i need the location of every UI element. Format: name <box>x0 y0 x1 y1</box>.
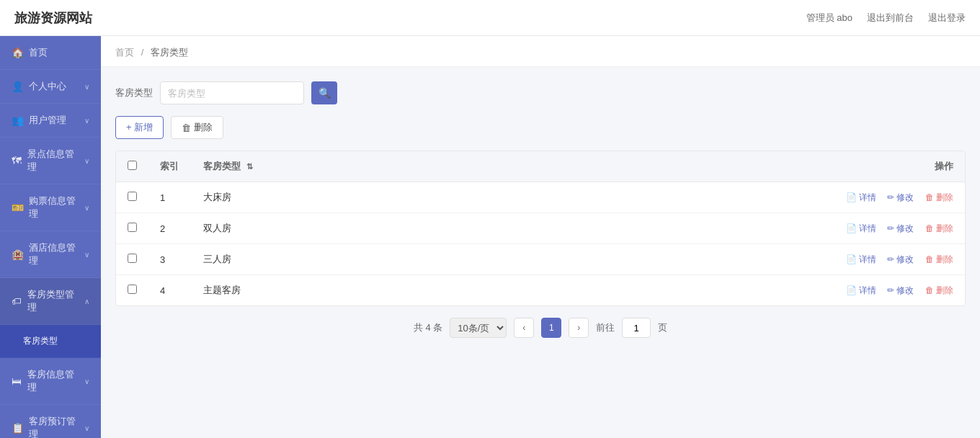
trash-icon: 🗑 <box>925 192 934 202</box>
detail-button[interactable]: 📄 详情 <box>846 223 876 235</box>
delete-label: 删除 <box>936 192 953 204</box>
sidebar-item-user-mgmt-label: 用户管理 <box>29 114 66 127</box>
edit-button[interactable]: ✏ 修改 <box>887 223 914 235</box>
page-suffix: 页 <box>658 321 667 334</box>
delete-label: 删除 <box>936 254 953 266</box>
delete-label: 删除 <box>936 285 953 297</box>
sidebar-item-room-info-mgmt-label: 客房信息管理 <box>27 368 79 394</box>
scenic-mgmt-icon: 🗺 <box>12 155 22 166</box>
header-actions: 管理员 abo 退出到前台 退出登录 <box>806 12 966 24</box>
search-input[interactable] <box>160 81 304 104</box>
hotel-mgmt-icon: 🏨 <box>12 249 23 260</box>
row-type: 三人房 <box>192 244 456 275</box>
row-actions: 📄 详情 ✏ 修改 🗑 删除 <box>456 182 965 213</box>
sidebar-item-ticket-mgmt[interactable]: 🎫 购票信息管理 ∨ <box>0 184 101 231</box>
sidebar: 🏠 首页 👤 个人中心 ∨ 👥 用户管理 ∨ 🗺 景点信息管理 ∨ 🎫 购票信息… <box>0 36 101 438</box>
prev-page-button[interactable]: ‹ <box>514 318 534 338</box>
table-row: 2 双人房 📄 详情 ✏ 修改 🗑 删除 <box>116 213 965 244</box>
chevron-down-icon: ∨ <box>84 377 89 385</box>
detail-icon: 📄 <box>846 254 857 264</box>
detail-icon: 📄 <box>846 192 857 202</box>
select-all-checkbox[interactable] <box>128 161 137 170</box>
delete-button[interactable]: 🗑 删除 <box>925 192 953 204</box>
sidebar-item-room-type-mgmt[interactable]: 🏷 客房类型管理 ∧ <box>0 278 101 325</box>
row-checkbox[interactable] <box>128 192 137 201</box>
chevron-up-icon: ∧ <box>84 298 89 305</box>
sidebar-item-room-info-mgmt[interactable]: 🛏 客房信息管理 ∨ <box>0 358 101 405</box>
page-1-button[interactable]: 1 <box>541 318 561 338</box>
sidebar-submenu-room-type: 客房类型 <box>0 325 101 358</box>
sidebar-item-user-mgmt[interactable]: 👥 用户管理 ∨ <box>0 104 101 138</box>
breadcrumb-current: 客房类型 <box>151 47 188 58</box>
detail-button[interactable]: 📄 详情 <box>846 254 876 266</box>
chevron-down-icon: ∨ <box>84 424 89 432</box>
room-order-mgmt-icon: 📋 <box>12 422 23 434</box>
detail-label: 详情 <box>859 192 876 204</box>
row-checkbox-cell <box>116 275 148 306</box>
row-actions: 📄 详情 ✏ 修改 🗑 删除 <box>456 213 965 244</box>
add-button[interactable]: + 新增 <box>115 116 164 139</box>
toolbar: + 新增 🗑 删除 <box>115 116 966 139</box>
home-icon: 🏠 <box>12 47 23 58</box>
row-checkbox-cell <box>116 244 148 275</box>
delete-label: 删除 <box>936 223 953 235</box>
sidebar-item-personal-label: 个人中心 <box>29 80 66 93</box>
row-type: 主题客房 <box>192 275 456 306</box>
sidebar-item-room-order-mgmt[interactable]: 📋 客房预订管理 ∨ <box>0 405 101 438</box>
trash-icon: 🗑 <box>925 285 934 295</box>
detail-button[interactable]: 📄 详情 <box>846 192 876 204</box>
edit-icon: ✏ <box>887 192 894 202</box>
delete-button[interactable]: 🗑 删除 <box>925 223 953 235</box>
chevron-down-icon: ∨ <box>84 83 89 91</box>
next-page-button[interactable]: › <box>569 318 589 338</box>
goto-page-input[interactable] <box>622 318 651 338</box>
sidebar-item-room-order-mgmt-label: 客房预订管理 <box>29 415 79 438</box>
detail-icon: 📄 <box>846 223 857 233</box>
pagination: 共 4 条 10条/页 20条/页 50条/页 ‹ 1 › 前往 页 <box>115 306 966 349</box>
main-layout: 🏠 首页 👤 个人中心 ∨ 👥 用户管理 ∨ 🗺 景点信息管理 ∨ 🎫 购票信息… <box>0 36 980 438</box>
batch-delete-label: 删除 <box>194 121 213 134</box>
row-actions: 📄 详情 ✏ 修改 🗑 删除 <box>456 275 965 306</box>
breadcrumb-home[interactable]: 首页 <box>115 47 134 58</box>
sidebar-item-scenic-mgmt[interactable]: 🗺 景点信息管理 ∨ <box>0 138 101 184</box>
logout-button[interactable]: 退出登录 <box>928 12 966 24</box>
delete-button[interactable]: 🗑 删除 <box>925 254 953 266</box>
search-icon: 🔍 <box>318 87 331 99</box>
sidebar-item-room-type[interactable]: 客房类型 <box>0 325 101 358</box>
row-checkbox[interactable] <box>128 223 137 232</box>
row-index: 2 <box>148 213 192 244</box>
detail-button[interactable]: 📄 详情 <box>846 285 876 297</box>
total-count: 共 4 条 <box>414 321 442 334</box>
edit-button[interactable]: ✏ 修改 <box>887 254 914 266</box>
row-type: 双人房 <box>192 213 456 244</box>
row-checkbox-cell <box>116 182 148 213</box>
chevron-down-icon: ∨ <box>84 251 89 259</box>
row-index: 4 <box>148 275 192 306</box>
batch-delete-button[interactable]: 🗑 删除 <box>171 116 223 139</box>
user-info: 管理员 abo <box>806 12 852 24</box>
table-row: 4 主题客房 📄 详情 ✏ 修改 🗑 删除 <box>116 275 965 306</box>
personal-icon: 👤 <box>12 81 23 92</box>
per-page-select[interactable]: 10条/页 20条/页 50条/页 <box>450 318 507 338</box>
edit-button[interactable]: ✏ 修改 <box>887 285 914 297</box>
search-label: 客房类型 <box>115 86 153 99</box>
detail-label: 详情 <box>859 223 876 235</box>
exit-front-button[interactable]: 退出到前台 <box>867 12 914 24</box>
delete-button[interactable]: 🗑 删除 <box>925 285 953 297</box>
ticket-mgmt-icon: 🎫 <box>12 202 23 213</box>
edit-button[interactable]: ✏ 修改 <box>887 192 914 204</box>
row-actions: 📄 详情 ✏ 修改 🗑 删除 <box>456 244 965 275</box>
sidebar-item-room-type-label: 客房类型 <box>23 335 58 347</box>
sidebar-item-home[interactable]: 🏠 首页 <box>0 36 101 70</box>
row-checkbox[interactable] <box>128 285 137 294</box>
sidebar-item-personal[interactable]: 👤 个人中心 ∨ <box>0 70 101 104</box>
edit-icon: ✏ <box>887 223 894 233</box>
content-area: 首页 / 客房类型 客房类型 🔍 + 新增 🗑 删除 <box>101 36 980 438</box>
sidebar-item-home-label: 首页 <box>29 46 48 59</box>
sort-icon[interactable]: ⇅ <box>246 162 253 171</box>
row-checkbox[interactable] <box>128 254 137 263</box>
detail-label: 详情 <box>859 285 876 297</box>
search-button[interactable]: 🔍 <box>311 81 337 104</box>
edit-label: 修改 <box>896 254 914 266</box>
sidebar-item-hotel-mgmt[interactable]: 🏨 酒店信息管理 ∨ <box>0 231 101 278</box>
